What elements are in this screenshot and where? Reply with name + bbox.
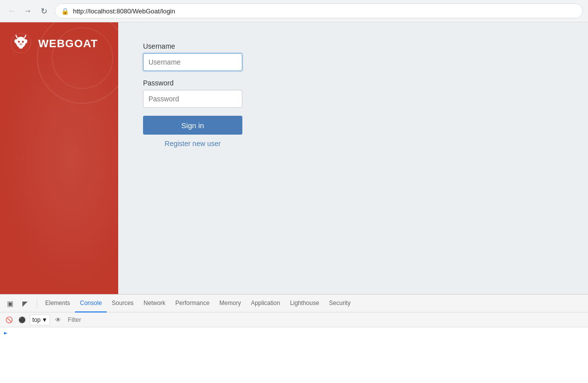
console-chevron-icon: ► — [4, 329, 7, 336]
devtools-device-btn[interactable]: ◤ — [19, 298, 31, 309]
console-eye-btn[interactable]: 👁 — [53, 315, 63, 325]
nav-buttons: ← → ↻ — [5, 4, 51, 18]
console-ban-btn[interactable]: ⚫ — [17, 315, 27, 325]
svg-point-4 — [22, 41, 24, 43]
console-clear-btn[interactable]: 🚫 — [4, 315, 14, 325]
logo-area: WEBGOAT — [10, 32, 98, 55]
password-input[interactable] — [143, 90, 242, 108]
devtools-content: ► — [0, 327, 588, 383]
lock-icon: 🔒 — [61, 7, 69, 15]
sidebar: WEBGOAT — [0, 22, 118, 294]
username-input[interactable] — [143, 53, 242, 71]
context-selector[interactable]: top ▼ — [30, 314, 50, 325]
password-label: Password — [143, 79, 242, 87]
browser-chrome: ← → ↻ 🔒 — [0, 0, 588, 22]
console-prompt: ► — [4, 329, 584, 336]
url-input[interactable] — [73, 7, 577, 15]
svg-point-2 — [19, 46, 23, 49]
svg-point-6 — [14, 39, 17, 43]
svg-point-3 — [18, 41, 20, 43]
svg-point-7 — [24, 39, 27, 43]
tab-network[interactable]: Network — [139, 295, 170, 312]
forward-button[interactable]: → — [21, 4, 35, 18]
tab-performance[interactable]: Performance — [170, 295, 215, 312]
username-label: Username — [143, 42, 242, 50]
browser-toolbar: ← → ↻ 🔒 — [0, 0, 588, 22]
logo-text: WEBGOAT — [38, 37, 98, 50]
tab-application[interactable]: Application — [246, 295, 285, 312]
devtools-inspect-btn[interactable]: ▣ — [4, 298, 16, 309]
webgoat-logo-icon — [10, 32, 32, 55]
tab-memory[interactable]: Memory — [215, 295, 246, 312]
devtools-separator — [37, 299, 37, 308]
tab-lighthouse[interactable]: Lighthouse — [285, 295, 324, 312]
back-button[interactable]: ← — [5, 4, 19, 18]
password-group: Password — [143, 79, 242, 108]
devtools-tabs: ▣ ◤ Elements Console Sources Network Per… — [0, 295, 588, 312]
page-content: WEBGOAT Username Password Sign in Regist… — [0, 22, 588, 294]
tab-elements[interactable]: Elements — [40, 295, 75, 312]
console-filter-input[interactable] — [66, 316, 584, 323]
reload-button[interactable]: ↻ — [37, 4, 51, 18]
tab-sources[interactable]: Sources — [107, 295, 139, 312]
chevron-down-icon: ▼ — [42, 316, 48, 323]
tab-security[interactable]: Security — [324, 295, 356, 312]
signin-button[interactable]: Sign in — [143, 116, 242, 135]
tab-console[interactable]: Console — [75, 295, 107, 312]
main-area: Username Password Sign in Register new u… — [118, 22, 588, 294]
username-group: Username — [143, 42, 242, 71]
devtools-console-bar: 🚫 ⚫ top ▼ 👁 — [0, 312, 588, 327]
devtools-panel: ▣ ◤ Elements Console Sources Network Per… — [0, 294, 588, 383]
login-form: Username Password Sign in Register new u… — [143, 42, 242, 148]
register-link[interactable]: Register new user — [143, 140, 242, 148]
context-label: top — [32, 316, 41, 323]
svg-point-5 — [19, 43, 22, 45]
address-bar[interactable]: 🔒 — [55, 3, 583, 18]
